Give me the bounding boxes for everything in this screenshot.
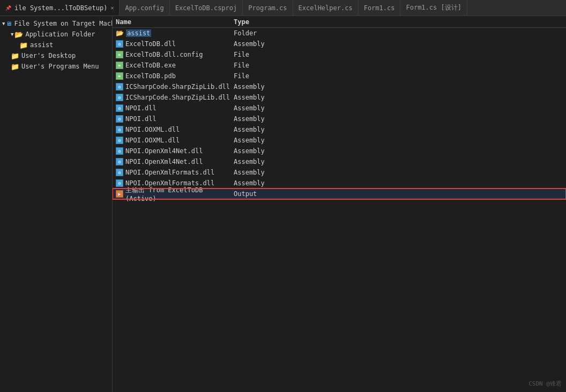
tab-csproj[interactable]: ExcelToDB.csproj <box>170 0 243 16</box>
file-name-text: NPOI.OpenXml4Net.dll <box>125 147 203 155</box>
output-icon: ▶ <box>116 190 123 198</box>
assembly-icon: ⚙ <box>116 40 123 48</box>
tree-app-folder[interactable]: ▼ 📂 Application Folder <box>0 29 112 40</box>
file-name-text: ICSharpCode.SharpZipLib.dll <box>125 83 230 91</box>
tab-appconfig-label: App.config <box>125 4 163 12</box>
file-type-text: Output <box>234 190 314 198</box>
tab-setup[interactable]: 📌 ile System...lToDBSetup) ✕ <box>0 0 120 16</box>
file-row[interactable]: 📂 assist Folder <box>113 28 566 39</box>
file-name: ⚙ ExcelToDB.dll <box>116 40 234 48</box>
file-name: ⚙ ICSharpCode.SharpZipLib.dll <box>116 94 234 101</box>
right-panel: Name Type 📂 assist Folder ⚙ ExcelToDB.dl… <box>113 16 566 392</box>
file-name: ⚙ NPOI.OpenXml4Net.dll <box>116 147 234 155</box>
tree-user-desktop[interactable]: 📁 User's Desktop <box>0 50 112 61</box>
user-desktop-folder-icon: 📁 <box>11 52 19 60</box>
assembly-icon: ⚙ <box>116 169 123 176</box>
tab-form1design[interactable]: Form1.cs [设计] <box>400 0 467 16</box>
file-row[interactable]: ⚙ NPOI.OpenXml4Net.dll Assembly <box>113 146 566 156</box>
file-type-text: Assembly <box>234 104 314 112</box>
tab-pin-icon: 📌 <box>5 5 11 11</box>
file-row[interactable]: ⚙ NPOI.dll Assembly <box>113 103 566 114</box>
assembly-icon: ⚙ <box>116 83 123 91</box>
file-name-text: ExcelToDB.exe <box>125 62 176 69</box>
tab-appconfig[interactable]: App.config <box>120 0 169 16</box>
tab-excelhelpercs[interactable]: ExcelHelper.cs <box>293 0 359 16</box>
file-type-text: File <box>234 62 314 69</box>
file-row[interactable]: ⚙ NPOI.OpenXmlFormats.dll Assembly <box>113 167 566 178</box>
file-type-text: Assembly <box>234 147 314 155</box>
file-rows-container: 📂 assist Folder ⚙ ExcelToDB.dll Assembly… <box>113 28 566 199</box>
left-panel: ▼ 🖥 File System on Target Machine ▼ 📂 Ap… <box>0 16 113 392</box>
file-type-text: Assembly <box>234 169 314 176</box>
col-header-type: Type <box>234 18 314 26</box>
file-name-text: ExcelToDB.pdb <box>125 72 176 80</box>
file-type-text: File <box>234 51 314 58</box>
tree-assist-label: assist <box>30 41 53 49</box>
assist-folder-icon: 📁 <box>19 41 28 49</box>
tab-excelhelpercs-label: ExcelHelper.cs <box>299 4 353 12</box>
file-name-text: ExcelToDB.dll.config <box>125 51 203 58</box>
col-header-name: Name <box>116 18 234 26</box>
file-type-text: Assembly <box>234 137 314 144</box>
file-name-text: 主输出 from ExcelToDB (Active) <box>125 186 234 202</box>
file-type-text: Assembly <box>234 158 314 165</box>
tab-csproj-label: ExcelToDB.csproj <box>175 4 237 12</box>
file-name-text: NPOI.dll <box>125 115 157 123</box>
app-folder-arrow-icon: ▼ <box>11 32 13 37</box>
file-type-text: Assembly <box>234 94 314 101</box>
assembly-icon: ⚙ <box>116 104 123 112</box>
tree-assist[interactable]: 📁 assist <box>0 40 112 50</box>
tree-root[interactable]: ▼ 🖥 File System on Target Machine <box>0 18 112 29</box>
tree-root-label: File System on Target Machine <box>14 20 113 27</box>
tab-setup-label: ile System...lToDBSetup) <box>14 4 107 12</box>
file-name: ⚙ NPOI.dll <box>116 115 234 123</box>
file-name: ≡ ExcelToDB.exe <box>116 62 234 69</box>
file-type-text: Folder <box>234 29 314 37</box>
tree-user-desktop-label: User's Desktop <box>21 52 76 59</box>
file-icon: ≡ <box>116 62 123 69</box>
file-name-text: NPOI.OOXML.dll <box>125 137 180 144</box>
file-name: ≡ ExcelToDB.dll.config <box>116 51 234 58</box>
file-list: Name Type 📂 assist Folder ⚙ ExcelToDB.dl… <box>113 16 566 199</box>
file-name-text: NPOI.OpenXml4Net.dll <box>125 158 203 165</box>
tree-app-folder-label: Application Folder <box>25 31 95 38</box>
file-type-text: Assembly <box>234 115 314 123</box>
tree-user-programs[interactable]: 📁 User's Programs Menu <box>0 61 112 72</box>
file-row[interactable]: ≡ ExcelToDB.pdb File <box>113 71 566 81</box>
file-name-text: ExcelToDB.dll <box>125 40 176 48</box>
assembly-icon: ⚙ <box>116 94 123 101</box>
file-name: ⚙ NPOI.dll <box>116 104 234 112</box>
file-row[interactable]: ⚙ ICSharpCode.SharpZipLib.dll Assembly <box>113 81 566 92</box>
file-row[interactable]: ⚙ ExcelToDB.dll Assembly <box>113 39 566 49</box>
file-row[interactable]: ⚙ ICSharpCode.SharpZipLib.dll Assembly <box>113 92 566 103</box>
file-row[interactable]: ⚙ NPOI.dll Assembly <box>113 114 566 124</box>
file-row[interactable]: ⚙ NPOI.OOXML.dll Assembly <box>113 135 566 146</box>
tab-programcs[interactable]: Program.cs <box>243 0 293 16</box>
file-row[interactable]: ⚙ NPOI.OOXML.dll Assembly <box>113 124 566 135</box>
file-row[interactable]: ⚙ NPOI.OpenXml4Net.dll Assembly <box>113 156 566 167</box>
file-icon: ≡ <box>116 51 123 58</box>
tab-form1cs-label: Form1.cs <box>364 4 395 12</box>
assembly-icon: ⚙ <box>116 115 123 123</box>
app-folder-icon: 📂 <box>14 31 23 39</box>
file-name: ⚙ NPOI.OpenXml4Net.dll <box>116 158 234 165</box>
folder-icon: 📂 <box>116 29 124 37</box>
user-programs-folder-icon: 📁 <box>11 63 19 71</box>
file-row[interactable]: ▶ 主输出 from ExcelToDB (Active) Output <box>113 189 566 199</box>
file-type-text: Assembly <box>234 126 314 133</box>
computer-icon: 🖥 <box>6 20 12 27</box>
file-name: ≡ ExcelToDB.pdb <box>116 72 234 80</box>
file-row[interactable]: ≡ ExcelToDB.dll.config File <box>113 49 566 60</box>
file-name-text: ICSharpCode.SharpZipLib.dll <box>125 94 230 101</box>
tree-user-programs-label: User's Programs Menu <box>21 63 99 70</box>
tab-form1cs[interactable]: Form1.cs <box>359 0 401 16</box>
file-name: ⚙ NPOI.OOXML.dll <box>116 126 234 133</box>
root-arrow-icon: ▼ <box>2 21 5 26</box>
file-name-text: NPOI.OpenXmlFormats.dll <box>125 169 214 176</box>
assembly-icon: ⚙ <box>116 137 123 144</box>
tab-close-icon[interactable]: ✕ <box>110 5 114 11</box>
watermark: CSDN @锋君 <box>528 380 562 388</box>
file-type-text: Assembly <box>234 83 314 91</box>
file-row[interactable]: ≡ ExcelToDB.exe File <box>113 60 566 71</box>
file-name-text: assist <box>126 29 151 37</box>
